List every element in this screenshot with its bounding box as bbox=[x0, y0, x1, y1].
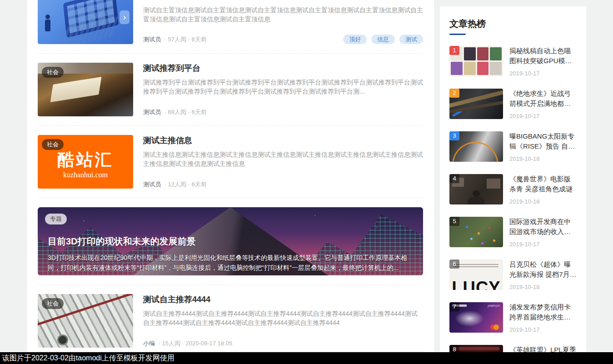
article-meta: 测试员 · 57人阅 · 6天前 bbox=[143, 35, 207, 44]
hot-item[interactable]: 5 国际游戏开发商在中国游戏市场的收入正在... 2019-10-17 bbox=[449, 217, 577, 248]
monitor-shape bbox=[487, 179, 500, 189]
hot-list: 1 揭秘线稿自动上色喵图科技突破GPU模型压... 2019-10-17 2 《… bbox=[449, 46, 577, 364]
hot-ranking-title: 文章热榜 bbox=[449, 18, 577, 30]
hot-item-title[interactable]: 《绝地求生》近战弓箭模式开启满地都是吉... bbox=[509, 89, 577, 109]
watermark-text: 该图片于2022-03-02由taomodi上传至模板开发网使用 bbox=[2, 354, 174, 362]
hot-thumbnail-movie-set[interactable]: 4 bbox=[449, 174, 503, 204]
article-views-time: · 12人阅 · 6天前 bbox=[164, 181, 207, 188]
article-thumbnail-wooden-table[interactable]: 社会 bbox=[38, 63, 133, 116]
hot-item-title[interactable]: 国际游戏开发商在中国游戏市场的收入正在... bbox=[509, 217, 577, 237]
hot-thumbnail-bw-photo[interactable]: 3 bbox=[449, 131, 503, 162]
article-meta: 测试员 · 12人阅 · 6天前 bbox=[143, 180, 207, 189]
article-title[interactable]: 测试推荐到平台 bbox=[143, 63, 423, 74]
hot-item[interactable]: 4 《魔兽世界》电影版杀青 吴彦祖角色成谜 2019-10-18 bbox=[449, 174, 577, 205]
hot-thumbnail-credit-card[interactable]: 7 platinum bbox=[449, 302, 503, 333]
rank-badge: 3 bbox=[449, 131, 459, 140]
hot-item-date: 2019-10-18 bbox=[509, 284, 577, 290]
hot-item-date: 2019-10-18 bbox=[509, 155, 577, 162]
row-separator bbox=[38, 351, 423, 352]
watermark-bar: 该图片于2022-03-02由taomodi上传至模板开发网使用 bbox=[0, 352, 613, 364]
hot-ranking-panel: 文章热榜 1 揭秘线稿自动上色喵图科技突破GPU模型压... 2019-10-1… bbox=[440, 6, 586, 364]
arrow-fletching-shape bbox=[452, 110, 462, 117]
valve-wheel-shape bbox=[59, 336, 67, 344]
article-tags: 顶好 信息 测试 bbox=[343, 35, 423, 44]
article-description: 测试推荐到平台测试推荐到平台测试推荐到平台测试推荐到平台测试推荐到平台测试推荐到… bbox=[143, 78, 423, 96]
hot-item[interactable]: 2 《绝地求生》近战弓箭模式开启满地都是吉... 2019-10-17 bbox=[449, 89, 577, 120]
category-badge: 社会 bbox=[42, 298, 64, 309]
hot-thumbnail-moba-map[interactable]: 5 bbox=[449, 217, 503, 247]
article-row[interactable]: 社会 测试推荐到平台 测试推荐到平台测试推荐到平台测试推荐到平台测试推荐到平台测… bbox=[38, 54, 423, 126]
photo-paper-shape bbox=[50, 77, 102, 102]
platinum-label: platinum bbox=[488, 304, 500, 307]
topic-banner-row: 专题 目前3D打印的现状和未来的发展前景 3D打印技术出现在20世纪90年代中期… bbox=[38, 198, 423, 285]
category-badge: 社会 bbox=[42, 67, 64, 78]
article-row-pinned[interactable]: › 测试自主置顶信息 测试自主置顶信息测试自主置顶信息测试自主置顶信息测试自主置… bbox=[38, 0, 423, 54]
person-body-shape bbox=[468, 197, 485, 204]
article-thumbnail-kuzhanhui-logo[interactable]: 社会 酷站汇 kuzhanhui.com bbox=[38, 135, 133, 189]
hot-item-date: 2019-10-17 bbox=[509, 70, 577, 77]
hot-item-title[interactable]: 揭秘线稿自动上色喵图科技突破GPU模型压... bbox=[509, 46, 577, 66]
card-brand-circles bbox=[493, 324, 499, 330]
title-underline-accent bbox=[449, 34, 466, 35]
hot-item-date: 2019-10-18 bbox=[509, 198, 577, 205]
hot-thumbnail-lucy-poster[interactable]: 6 LUCY bbox=[449, 259, 503, 290]
article-title[interactable]: 测试主推信息 bbox=[143, 135, 423, 146]
rank-badge: 5 bbox=[449, 217, 459, 226]
topic-banner[interactable]: 专题 目前3D打印的现状和未来的发展前景 3D打印技术出现在20世纪90年代中期… bbox=[38, 207, 423, 275]
tag-pill[interactable]: 顶好 bbox=[343, 35, 367, 44]
article-title[interactable]: 测试自主推荐4444 bbox=[143, 294, 423, 305]
hot-item[interactable]: 1 揭秘线稿自动上色喵图科技突破GPU模型压... 2019-10-17 bbox=[449, 46, 577, 77]
hot-item-date: 2019-10-17 bbox=[509, 326, 577, 333]
rank-badge: 4 bbox=[449, 174, 459, 183]
hot-item[interactable]: 7 platinum 浦发发布梦竞信用卡跨界首届绝地求生中国... 2019-1… bbox=[449, 302, 577, 333]
article-views-time: · 69人阅 · 6天前 bbox=[164, 109, 207, 115]
article-description: 测试自主推荐4444测试自主推荐4444测试自主推荐4444测试自主推荐4444… bbox=[143, 309, 423, 327]
banner-description: 3D打印技术出现在20世纪90年代中期，实际上是利用光固化和纸层叠等技术的最新快… bbox=[48, 253, 414, 273]
kuzhanhui-logo-text: 酷站汇 bbox=[58, 151, 114, 170]
hot-item[interactable]: 6 LUCY 吕克贝松《超体》曝光新款海报 提档7月25日 2019-10-18 bbox=[449, 259, 577, 290]
hot-thumbnail-anime-grid[interactable]: 1 bbox=[449, 46, 503, 76]
person-head-shape bbox=[473, 190, 480, 197]
hot-item-title[interactable]: 吕克贝松《超体》曝光新款海报 提档7月25日 bbox=[509, 259, 577, 279]
hot-item-date: 2019-10-17 bbox=[509, 113, 577, 120]
tag-pill[interactable]: 信息 bbox=[371, 35, 395, 44]
article-feed: › 测试自主置顶信息 测试自主置顶信息测试自主置顶信息测试自主置顶信息测试自主置… bbox=[27, 0, 434, 364]
tag-pill[interactable]: 测试 bbox=[399, 35, 423, 44]
article-views-time: · 15人阅 · 2020-09-17 18:05 bbox=[159, 340, 233, 347]
article-thumbnail-industrial-pipes[interactable]: 社会 bbox=[38, 294, 133, 348]
article-description: 测试主推信息测试主推信息测试主推信息测试主推信息测试主推信息测试主推信息测试主推… bbox=[143, 150, 423, 168]
article-description: 测试自主置顶信息测试自主置顶信息测试自主置顶信息测试自主置顶信息测试自主置顶信息… bbox=[143, 5, 423, 24]
article-author: 测试员 bbox=[143, 109, 161, 115]
kuzhanhui-domain-text: kuzhanhui.com bbox=[63, 171, 108, 179]
article-row[interactable]: 社会 酷站汇 kuzhanhui.com 测试主推信息 测试主推信息测试主推信息… bbox=[38, 126, 423, 198]
article-meta: 小编 · 15人阅 · 2020-09-17 18:05 bbox=[143, 339, 232, 348]
article-author: 测试员 bbox=[143, 36, 161, 43]
article-row[interactable]: 社会 测试自主推荐4444 测试自主推荐4444测试自主推荐4444测试自主推荐… bbox=[38, 285, 423, 351]
hot-item[interactable]: 3 曝BIGBANG太阳新专辑《RISE》预告 自由奔放 2019-10-18 bbox=[449, 131, 577, 162]
banner-title[interactable]: 目前3D打印的现状和未来的发展前景 bbox=[48, 235, 196, 248]
topic-badge: 专题 bbox=[45, 214, 67, 224]
hot-thumbnail-crossbow[interactable]: 2 bbox=[449, 89, 503, 119]
rank-badge: 1 bbox=[449, 46, 459, 55]
article-author: 测试员 bbox=[143, 181, 161, 188]
person-head-shape bbox=[45, 15, 50, 19]
article-views-time: · 57人阅 · 6天前 bbox=[164, 36, 207, 43]
category-badge: 社会 bbox=[42, 139, 64, 150]
person-figure-shape bbox=[45, 20, 50, 31]
article-title[interactable]: 测试自主置顶信息 bbox=[143, 0, 423, 1]
rank-badge: 7 bbox=[449, 302, 459, 311]
hot-item-title[interactable]: 曝BIGBANG太阳新专辑《RISE》预告 自由奔放 bbox=[509, 131, 577, 151]
rank-badge: 2 bbox=[449, 89, 459, 98]
article-thumbnail-laptop-illustration[interactable]: › bbox=[38, 0, 133, 44]
article-meta: 测试员 · 69人阅 · 6天前 bbox=[143, 108, 207, 116]
hot-item-title[interactable]: 浦发发布梦竞信用卡跨界首届绝地求生中国... bbox=[509, 302, 577, 322]
hot-item-date: 2019-10-17 bbox=[509, 241, 577, 248]
chevron-right-icon: › bbox=[120, 10, 130, 24]
lucy-poster-text: LUCY bbox=[449, 278, 503, 290]
article-author: 小编 bbox=[143, 340, 155, 347]
rank-badge: 6 bbox=[449, 259, 459, 269]
hot-item-title[interactable]: 《魔兽世界》电影版杀青 吴彦祖角色成谜 bbox=[509, 174, 577, 194]
